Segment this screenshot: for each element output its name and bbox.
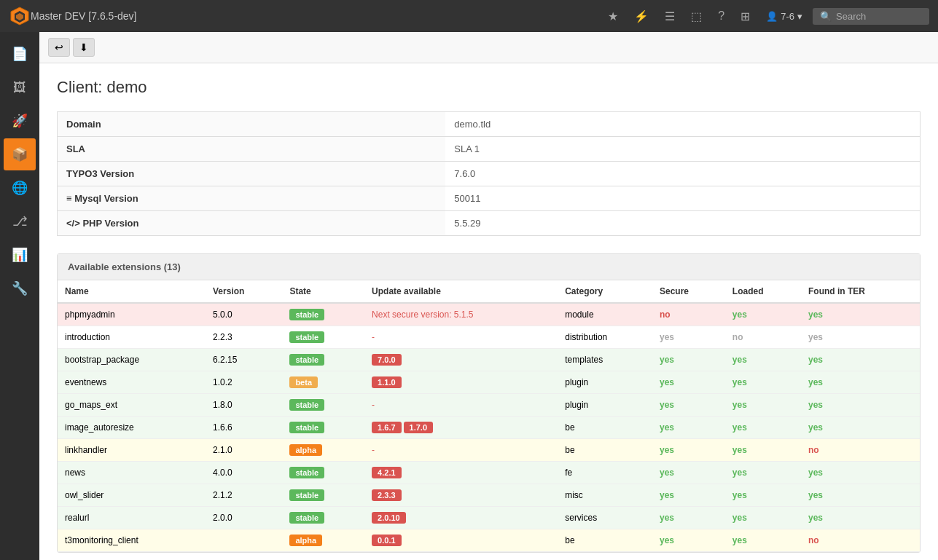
extensions-table: Name Version State Update available Cate…	[58, 280, 920, 552]
doc-icon: 📄	[12, 46, 28, 62]
ext-name: t3monitoring_client	[58, 529, 206, 552]
ext-name: linkhandler	[58, 439, 206, 462]
sidebar-item-globe[interactable]: 🌐	[4, 172, 36, 204]
help-icon[interactable]: ?	[712, 7, 730, 25]
info-value-domain: demo.tld	[445, 112, 920, 137]
ext-version: 1.6.6	[206, 417, 282, 439]
ext-category: services	[558, 507, 652, 529]
code-icon: </>	[66, 218, 80, 229]
ext-table-header: Name Version State Update available Cate…	[58, 280, 920, 303]
ext-loaded: yes	[725, 439, 801, 462]
desktop-icon[interactable]: ⬚	[685, 7, 708, 26]
git-icon: ⎇	[12, 213, 28, 229]
state-badge: beta	[289, 376, 318, 388]
db-icon: ≡	[66, 193, 72, 204]
sidebar-item-doc[interactable]: 📄	[4, 38, 36, 70]
table-row: bootstrap_package6.2.15stable7.0.0templa…	[58, 349, 920, 371]
ext-update: 7.0.0	[364, 349, 558, 371]
ext-found-in-ter: no	[801, 439, 920, 462]
tool-icon: 🔧	[12, 280, 28, 296]
update-label: -	[372, 445, 375, 455]
info-row-domain: Domain demo.tld	[58, 112, 921, 137]
rocket-icon: 🚀	[12, 113, 28, 129]
app-title: Master DEV [7.6.5-dev]	[31, 10, 602, 22]
list-icon[interactable]: ☰	[659, 7, 681, 26]
ext-found-in-ter: yes	[801, 326, 920, 349]
ext-secure: yes	[652, 462, 725, 484]
ext-secure: yes	[652, 529, 725, 552]
state-badge: stable	[289, 489, 324, 501]
version-badge: 0.0.1	[372, 535, 401, 546]
globe-icon: 🌐	[12, 180, 28, 196]
info-label-domain: Domain	[58, 112, 446, 137]
search-placeholder: Search	[836, 11, 866, 22]
ext-update: 2.3.3	[364, 484, 558, 507]
col-version: Version	[206, 280, 282, 303]
table-row: go_maps_ext1.8.0stable-pluginyesyesyes	[58, 394, 920, 417]
ext-found-in-ter: yes	[801, 394, 920, 417]
ext-name: eventnews	[58, 371, 206, 394]
info-value-mysql: 50011	[445, 186, 920, 211]
ext-version: 1.8.0	[206, 394, 282, 417]
ext-state: stable	[282, 484, 364, 507]
ext-secure: yes	[652, 326, 725, 349]
info-label-sla: SLA	[58, 137, 446, 162]
sidebar-item-box[interactable]: 📦	[4, 138, 36, 170]
sidebar-item-rocket[interactable]: 🚀	[4, 105, 36, 137]
user-label: 7-6	[781, 11, 794, 22]
state-badge: alpha	[289, 444, 322, 456]
info-row-mysql: ≡ Mysql Version 50011	[58, 186, 921, 211]
grid-icon[interactable]: ⊞	[735, 7, 756, 26]
ext-secure: yes	[652, 484, 725, 507]
back-button[interactable]: ↩	[48, 38, 70, 57]
ext-found-in-ter: yes	[801, 371, 920, 394]
sidebar-item-image[interactable]: 🖼	[4, 71, 36, 103]
sidebar-item-git[interactable]: ⎇	[4, 205, 36, 237]
ext-name: realurl	[58, 507, 206, 529]
download-button[interactable]: ⬇	[73, 38, 95, 57]
table-row: realurl2.0.0stable2.0.10servicesyesyesye…	[58, 507, 920, 529]
page-content: Client: demo Domain demo.tld SLA SLA 1 T…	[39, 63, 938, 560]
ext-loaded: yes	[725, 507, 801, 529]
ext-state: stable	[282, 462, 364, 484]
sidebar-item-pulse[interactable]: 📊	[4, 239, 36, 271]
col-category: Category	[558, 280, 652, 303]
ext-category: be	[558, 417, 652, 439]
ext-found-in-ter: yes	[801, 349, 920, 371]
search-icon: 🔍	[820, 11, 832, 22]
nav-icons: ★ ⚡ ☰ ⬚ ? ⊞ 👤 7-6 ▾ 🔍 Search	[602, 7, 929, 26]
ext-category: templates	[558, 349, 652, 371]
state-badge: stable	[289, 399, 324, 411]
star-icon[interactable]: ★	[602, 7, 624, 26]
ext-loaded: yes	[725, 349, 801, 371]
info-row-php: </> PHP Version 5.5.29	[58, 211, 921, 236]
info-value-php: 5.5.29	[445, 211, 920, 236]
state-badge: stable	[289, 467, 324, 478]
col-update: Update available	[364, 280, 558, 303]
ext-found-in-ter: yes	[801, 417, 920, 439]
ext-category: plugin	[558, 394, 652, 417]
sidebar-item-tool[interactable]: 🔧	[4, 272, 36, 304]
ext-secure: yes	[652, 439, 725, 462]
ext-secure: yes	[652, 394, 725, 417]
user-menu[interactable]: 👤 7-6 ▾	[760, 8, 808, 25]
table-row: phpmyadmin5.0.0stableNext secure version…	[58, 303, 920, 326]
toolbar: ↩ ⬇	[39, 32, 938, 63]
ext-secure: yes	[652, 417, 725, 439]
col-name: Name	[58, 280, 206, 303]
ext-name: go_maps_ext	[58, 394, 206, 417]
ext-name: image_autoresize	[58, 417, 206, 439]
ext-found-in-ter: yes	[801, 507, 920, 529]
ext-update: Next secure version: 5.1.5	[364, 303, 558, 326]
main-layout: 📄 🖼 🚀 📦 🌐 ⎇ 📊 🔧 ↩ ⬇ Client: demo	[0, 32, 938, 560]
client-info-table: Domain demo.tld SLA SLA 1 TYPO3 Version …	[57, 111, 921, 236]
state-badge: stable	[289, 309, 324, 320]
bolt-icon[interactable]: ⚡	[628, 7, 654, 26]
ext-update: -	[364, 439, 558, 462]
table-row: introduction2.2.3stable-distributionyesn…	[58, 326, 920, 349]
state-badge: stable	[289, 354, 324, 366]
extensions-header: Available extensions (13)	[58, 254, 920, 280]
ext-version: 2.2.3	[206, 326, 282, 349]
search-box[interactable]: 🔍 Search	[813, 8, 929, 25]
image-icon: 🖼	[13, 80, 26, 95]
